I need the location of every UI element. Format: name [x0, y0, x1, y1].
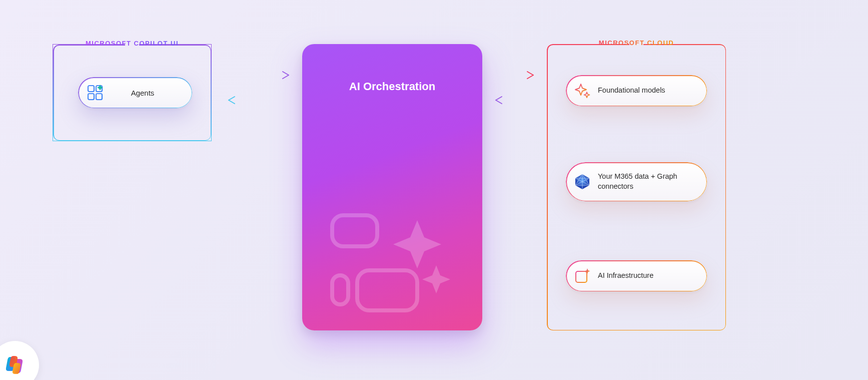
agents-label: Agents — [104, 89, 181, 97]
foundational-models-pill: Foundational models — [566, 75, 707, 106]
m365-data-pill: Your M365 data + Graph connectors — [566, 162, 707, 201]
agents-grid-icon — [86, 84, 104, 102]
ai-infrastructure-label: AI Infraestructure — [598, 271, 653, 281]
diagram-canvas: MICROSOFT COPILOT UI — [0, 0, 868, 380]
arrow-left-from-orchestration — [221, 95, 296, 105]
m365-data-label: Your M365 data + Graph connectors — [598, 172, 697, 191]
svg-rect-4 — [332, 215, 377, 246]
svg-rect-2 — [88, 94, 94, 100]
copilot-logo-badge — [0, 341, 39, 380]
grid-sparkle-icon — [574, 267, 591, 284]
copilot-logo-icon — [3, 353, 27, 377]
ai-infrastructure-pill: AI Infraestructure — [566, 260, 707, 291]
arrow-left-from-cloud — [488, 95, 541, 105]
foundational-models-label: Foundational models — [598, 86, 665, 96]
copilot-ui-title: MICROSOFT COPILOT UI — [78, 40, 187, 47]
microsoft-cloud-title: MICROSOFT CLOUD — [591, 39, 682, 47]
arrow-right-to-cloud — [488, 70, 541, 80]
arrow-right-to-orchestration — [221, 70, 296, 80]
svg-rect-0 — [88, 86, 94, 92]
microsoft-cloud-panel: MICROSOFT CLOUD Foundational models — [547, 44, 726, 330]
svg-rect-3 — [96, 94, 102, 100]
svg-rect-6 — [332, 275, 348, 304]
ai-orchestration-title: AI Orchestration — [302, 80, 482, 93]
ai-orchestration-card: AI Orchestration — [302, 44, 482, 330]
agents-pill: Agents — [78, 77, 192, 108]
svg-rect-5 — [357, 270, 417, 310]
sparkle-icon — [574, 82, 591, 99]
graph-polyhedron-icon — [574, 173, 591, 190]
orchestration-decoration-icon — [302, 200, 482, 330]
copilot-ui-panel: MICROSOFT COPILOT UI — [53, 44, 212, 141]
svg-rect-15 — [576, 271, 587, 282]
